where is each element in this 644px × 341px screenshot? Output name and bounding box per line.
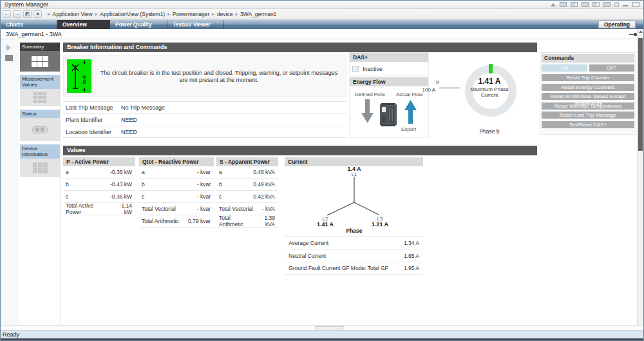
- table-row: Total Vectorial- kvar: [139, 203, 214, 215]
- row-value: 1.95 A: [404, 265, 419, 271]
- scroll-up-icon[interactable]: [639, 30, 643, 33]
- breadcrumb-item[interactable]: 3WA_german1: [240, 11, 276, 17]
- row-value: - kvar: [197, 193, 211, 200]
- sidebar-item-label: Measurement Values: [20, 75, 60, 89]
- maximize-icon[interactable]: [632, 2, 639, 7]
- row-value: -0.43 kW: [110, 181, 132, 188]
- row-value: 0.48 kVA: [253, 169, 275, 175]
- sidebar-item-label: Summary: [20, 43, 60, 51]
- minimize-icon[interactable]: [623, 2, 629, 7]
- row-label: c: [219, 193, 222, 200]
- gauge-ref-name: Ir: [420, 79, 439, 85]
- system-manager-window: System Manager ← → ◩ ★ ▸ Application Vie…: [0, 0, 644, 341]
- collapse-square-icon[interactable]: [5, 55, 13, 61]
- reset-minmax-except-temp-button[interactable]: Reset All Min/Max Values Except Temperat…: [542, 93, 634, 100]
- sidebar-item-summary[interactable]: Summary: [20, 43, 60, 72]
- on-button[interactable]: ON: [542, 64, 587, 72]
- row-value: - kvar: [197, 206, 211, 212]
- table-row: a- kvar: [139, 166, 214, 179]
- off-button[interactable]: OFF: [589, 64, 635, 72]
- phase-phasor-diagram: 1.4 A L1 L2 1.41 A L3 1.21 A Phase: [285, 166, 423, 233]
- pin-icon[interactable]: [629, 32, 637, 36]
- row-label: Total Arithmetic: [142, 218, 179, 224]
- actual-flow-up-arrow-icon: [404, 99, 417, 125]
- summary-grid-icon: [32, 56, 48, 67]
- reactive-power-table: Qtot - Reactive Power a- kvar b- kvar c-…: [139, 157, 214, 228]
- back-icon[interactable]: ←: [3, 10, 11, 18]
- auto-hide-pin-icon[interactable]: [550, 2, 556, 7]
- gauge-ref-value: 100 A: [416, 87, 435, 93]
- table-row: Neutral Current1.65 A: [285, 249, 423, 262]
- forward-icon[interactable]: →: [13, 10, 21, 18]
- reset-trip-counter-button[interactable]: Reset Trip Counter: [542, 74, 634, 81]
- apparent-power-table: S - Apparent Power a0.48 kVA b0.49 kVA c…: [216, 157, 278, 228]
- tab-overview[interactable]: Overview: [57, 20, 110, 29]
- layout-split-right-icon[interactable]: [592, 2, 600, 7]
- status-text: Ready: [3, 331, 19, 338]
- expand-arrow-icon[interactable]: [6, 44, 11, 51]
- sidebar-item-label: Status: [20, 110, 60, 118]
- row-label: Last Trip Message: [63, 104, 121, 111]
- device-title-row: 3WA_german1 - 3WA: [1, 29, 643, 39]
- sidebar-item-device-information[interactable]: Device Information: [20, 144, 60, 177]
- row-value: 1.65 A: [404, 253, 419, 259]
- sidebar-item-status[interactable]: Status: [20, 110, 60, 141]
- lock-icon[interactable]: [614, 2, 619, 7]
- row-value: - kVA: [262, 206, 275, 212]
- gauge-label-line2: Current: [451, 92, 528, 98]
- recent-view-icon[interactable]: ◩: [23, 10, 32, 18]
- sidebar-item-measurement-values[interactable]: Measurement Values: [20, 75, 60, 106]
- table-row: a0.48 kVA: [216, 166, 278, 179]
- breadcrumb-item[interactable]: Powermanager: [173, 11, 210, 17]
- row-label: b: [142, 181, 145, 188]
- reset-last-trip-message-button[interactable]: Reset Last Trip Message: [542, 112, 634, 119]
- row-value: 1.34 A: [404, 240, 419, 246]
- breaker-device-icon: [380, 103, 397, 128]
- breadcrumb-item[interactable]: Application View: [53, 11, 93, 17]
- reset-minmax-temperatures-button[interactable]: Reset Min/Max Temperatures: [542, 102, 634, 110]
- das-inactive-checkbox[interactable]: [352, 66, 359, 72]
- set-reset-das-button[interactable]: Set/Reset DAS+: [542, 121, 634, 128]
- device-title: 3WA_german1 - 3WA: [6, 31, 62, 37]
- row-label: Ground Fault Current GF Mode: Total GF: [289, 265, 388, 271]
- layout-grid-icon[interactable]: [560, 2, 567, 7]
- breaker-message-panel: test The circuit breaker is in the test …: [63, 55, 346, 97]
- row-label: b: [66, 181, 69, 188]
- tab-operating[interactable]: Operating: [598, 21, 636, 28]
- breadcrumb-item[interactable]: ApplicationView (System1): [100, 11, 165, 17]
- energy-flow-panel: Energy Flow Defined Flow Actual Flow: [349, 77, 429, 138]
- scrollbar-thumb[interactable]: [638, 38, 643, 151]
- breadcrumb-item[interactable]: device: [217, 11, 233, 17]
- reset-energy-counters-button[interactable]: Reset Energy Counters: [542, 84, 634, 91]
- row-label: Average Current: [289, 240, 328, 246]
- das-panel: DAS+ Inactive: [349, 52, 429, 75]
- toolbar: ← → ◩ ★ ▸ Application View ▸ Application…: [1, 9, 643, 20]
- tab-power-quality[interactable]: Power Quality: [110, 20, 167, 29]
- row-value: NEED: [121, 129, 137, 135]
- table-row: a-0.36 kW: [63, 166, 135, 179]
- breadcrumb-arrow-icon: ▸: [235, 12, 238, 17]
- left-rail: [1, 39, 19, 326]
- row-label: c: [142, 193, 144, 200]
- commands-panel: Commands ON OFF Reset Trip Counter Reset…: [540, 52, 636, 135]
- table-row: Last Trip Message No Trip Message: [63, 101, 346, 113]
- favorites-star-icon[interactable]: ★: [33, 10, 42, 18]
- scrollbar-thumb[interactable]: [315, 326, 344, 329]
- tab-textual-viewer[interactable]: Textual Viewer: [167, 20, 224, 29]
- breaker-status-message: The circuit breaker is in the test posit…: [96, 70, 342, 84]
- tab-charts[interactable]: Charts: [1, 20, 57, 29]
- commands-title: Commands: [542, 54, 634, 63]
- row-label: b: [219, 181, 222, 188]
- table-title: Current: [285, 157, 423, 166]
- table-title: P - Active Power: [63, 157, 135, 166]
- layout-split-left-icon[interactable]: [571, 2, 578, 7]
- layout-single-icon[interactable]: [582, 2, 589, 7]
- l1-label: L1: [352, 171, 357, 177]
- row-label: Neutral Current: [289, 253, 326, 259]
- gauge-tick-green: [489, 64, 493, 73]
- title-bar: System Manager: [1, 1, 643, 9]
- horizontal-scrollbar[interactable]: [1, 325, 643, 330]
- layout-wide-icon[interactable]: [603, 2, 611, 7]
- vertical-scrollbar[interactable]: [637, 29, 643, 331]
- table-row: c0.42 kVA: [216, 191, 278, 203]
